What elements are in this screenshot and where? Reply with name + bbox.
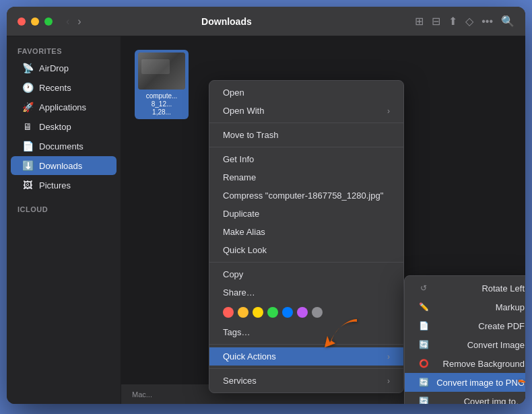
content-area: compute...8_12...1,28... Open Open With …: [121, 36, 525, 404]
convert-png-icon: 🔄: [418, 377, 429, 388]
menu-item-copy[interactable]: Copy: [209, 265, 403, 283]
file-thumbnail: [138, 53, 185, 90]
sidebar-item-label-pictures: Pictures: [39, 180, 71, 191]
sidebar-item-label-airdrop: AirDrop: [39, 63, 69, 73]
finder-window: ‹ › Downloads ⊞ ⊟ ⬆ ◇ ••• 🔍 Favorites 📡 …: [7, 7, 525, 404]
close-button[interactable]: [18, 18, 26, 26]
menu-item-move-trash[interactable]: Move to Trash: [209, 126, 403, 144]
file-short-name: compute...8_12...1,28...: [137, 92, 186, 116]
sidebar: Favorites 📡 AirDrop 🕐 Recents 🚀 Applicat…: [7, 36, 121, 404]
search-icon[interactable]: 🔍: [501, 15, 514, 28]
tag-red[interactable]: [223, 307, 234, 318]
separator-3: [209, 262, 403, 263]
sidebar-item-airdrop[interactable]: 📡 AirDrop: [11, 59, 117, 77]
separator-5: [209, 368, 403, 369]
submenu-arrow-icon: ›: [387, 106, 390, 116]
sidebar-item-label-recents: Recents: [39, 83, 71, 93]
menu-item-rename[interactable]: Rename: [209, 168, 403, 186]
toolbar-icons: ⊞ ⊟ ⬆ ◇ ••• 🔍: [415, 15, 514, 28]
tag-purple[interactable]: [297, 307, 308, 318]
file-item[interactable]: compute...8_12...1,28...: [135, 50, 189, 119]
pictures-icon: 🖼: [22, 179, 34, 191]
menu-item-make-alias[interactable]: Make Alias: [209, 223, 403, 241]
recents-icon: 🕐: [22, 81, 34, 94]
favorites-section-label: Favorites: [7, 44, 121, 58]
quick-actions-arrow-icon: ›: [387, 352, 390, 361]
qa-create-pdf[interactable]: 📄 Create PDF: [405, 316, 525, 335]
remove-bg-icon: ⭕: [418, 358, 429, 369]
applications-icon: 🚀: [22, 101, 34, 113]
create-pdf-icon: 📄: [418, 320, 429, 331]
menu-item-quick-actions[interactable]: Quick Actions ›: [209, 347, 403, 366]
sidebar-item-label-desktop: Desktop: [39, 122, 71, 132]
finder-body: Favorites 📡 AirDrop 🕐 Recents 🚀 Applicat…: [7, 36, 525, 404]
sidebar-item-applications[interactable]: 🚀 Applications: [11, 98, 117, 116]
separator-2: [209, 147, 403, 147]
convert-image-icon: 🔄: [418, 339, 429, 350]
tag-icon[interactable]: ◇: [465, 15, 473, 28]
window-title: Downloads: [38, 16, 415, 27]
sidebar-item-desktop[interactable]: 🖥 Desktop: [11, 117, 117, 136]
tags-row: [209, 302, 403, 323]
more-icon[interactable]: •••: [481, 15, 493, 28]
menu-item-compress[interactable]: Compress "computer-1867758_1280.jpg": [209, 186, 403, 205]
sidebar-item-label-applications: Applications: [39, 102, 86, 112]
view-grid-icon[interactable]: ⊞: [415, 15, 424, 28]
covert-img-icon: 🔄: [418, 396, 429, 404]
separator-1: [209, 123, 403, 123]
qa-convert-image[interactable]: 🔄 Convert Image: [405, 335, 525, 354]
menu-item-quick-look[interactable]: Quick Look: [209, 241, 403, 259]
tag-yellow[interactable]: [238, 307, 248, 318]
icloud-section-label: iCloud: [7, 203, 121, 216]
menu-item-tags[interactable]: Tags…: [209, 323, 403, 341]
markup-icon: ✏️: [418, 302, 429, 312]
menu-item-open[interactable]: Open: [209, 83, 403, 102]
qa-markup[interactable]: ✏️ Markup: [405, 298, 525, 316]
menu-item-get-info[interactable]: Get Info: [209, 150, 403, 168]
file-thumb-image: [138, 53, 185, 90]
sidebar-item-pictures[interactable]: 🖼 Pictures: [11, 176, 117, 195]
sidebar-item-downloads[interactable]: ⬇️ Downloads: [11, 156, 117, 175]
view-columns-icon[interactable]: ⊟: [432, 15, 440, 28]
share-icon[interactable]: ⬆: [448, 15, 457, 28]
sidebar-item-label-downloads: Downloads: [39, 161, 82, 171]
menu-item-open-with[interactable]: Open With ›: [209, 102, 403, 120]
arrow-indicator-2: [505, 366, 525, 404]
separator-4: [209, 344, 403, 345]
context-menu: Open Open With › Move to Trash Get Info …: [209, 80, 404, 393]
qa-rotate-left[interactable]: ↺ Rotate Left: [405, 279, 525, 298]
arrow-indicator-1: [317, 306, 370, 362]
title-bar: ‹ › Downloads ⊞ ⊟ ⬆ ◇ ••• 🔍: [7, 7, 525, 36]
tag-gold[interactable]: [253, 307, 263, 318]
tag-green[interactable]: [267, 307, 278, 318]
tag-blue[interactable]: [282, 307, 293, 318]
sidebar-item-label-documents: Documents: [39, 141, 84, 151]
menu-item-duplicate[interactable]: Duplicate: [209, 205, 403, 223]
menu-item-services[interactable]: Services ›: [209, 372, 403, 390]
downloads-icon: ⬇️: [22, 160, 34, 172]
status-text: Mac...: [132, 390, 152, 399]
menu-item-share[interactable]: Share…: [209, 283, 403, 302]
desktop-icon: 🖥: [22, 120, 34, 133]
sidebar-item-documents[interactable]: 📄 Documents: [11, 137, 117, 156]
rotate-left-icon: ↺: [418, 283, 429, 294]
documents-icon: 📄: [22, 140, 34, 152]
airdrop-icon: 📡: [22, 62, 34, 74]
sidebar-item-recents[interactable]: 🕐 Recents: [11, 78, 117, 97]
services-arrow-icon: ›: [387, 376, 390, 386]
